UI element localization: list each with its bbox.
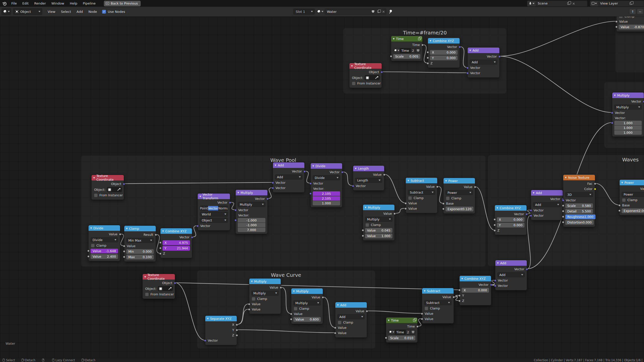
socket-vector-vector[interactable] [229, 201, 231, 204]
collapse-triangle-icon[interactable]: ▼ [275, 164, 276, 166]
vector-component-field[interactable]: -1.000 [238, 223, 265, 227]
node-time-t1[interactable]: ▼TimeTime▼Time2Scale0.005 [391, 36, 423, 61]
node-math-mval[interactable]: ClampValueValue-0.870 [616, 17, 644, 32]
scene-icon[interactable]: ▼ [527, 1, 536, 6]
collapse-triangle-icon[interactable]: ▼ [388, 319, 389, 322]
value-field-value[interactable]: Value0.600 [293, 317, 321, 322]
node-header[interactable]: ▼Add [335, 302, 367, 308]
socket-value-time[interactable] [416, 325, 419, 328]
value-field-value[interactable]: Value2.400 [91, 254, 118, 259]
node-combine-xyz-cx4[interactable]: ▼Combine XYZVectorX0.000YZ [459, 276, 491, 305]
collapse-triangle-icon[interactable]: ▼ [199, 195, 201, 198]
checkbox-unchecked-clamp[interactable] [366, 223, 369, 227]
menu-render[interactable]: Render [31, 2, 49, 5]
collapse-triangle-icon[interactable]: ▼ [430, 40, 431, 42]
collapse-triangle-icon[interactable]: ▼ [408, 179, 409, 182]
node-header[interactable]: ▼Multiply [363, 205, 394, 210]
dropdown-divide[interactable]: Divide▼ [91, 237, 118, 242]
socket-value-x[interactable] [458, 289, 461, 291]
socket-vector-vector[interactable] [352, 185, 354, 187]
socket-value-detail[interactable] [562, 210, 564, 212]
unlink-material-icon[interactable]: × [381, 10, 386, 14]
user-count[interactable]: 2 [406, 330, 410, 334]
socket-vector-vector[interactable] [490, 284, 492, 286]
blender-logo-icon[interactable] [2, 1, 7, 6]
socket-value-value[interactable] [405, 207, 407, 210]
fake-user-shield-icon[interactable] [370, 9, 376, 14]
socket-value-value[interactable] [474, 186, 476, 188]
dropdown-subtract[interactable]: Subtract▼ [424, 300, 452, 305]
editor-menu-view[interactable]: View [45, 7, 58, 16]
view-layer-name[interactable]: View Layer [598, 2, 628, 5]
value-field-detail[interactable]: Detail5.500 [565, 209, 593, 214]
node-header[interactable]: ▼Add [531, 190, 563, 196]
socket-value-y[interactable] [458, 294, 461, 297]
dropdown-min-max[interactable]: Min Max▼ [126, 238, 154, 243]
socket-vector-vector[interactable] [191, 236, 193, 238]
collapse-triangle-icon[interactable]: ▼ [237, 192, 239, 194]
value-field-max[interactable]: Max0.100 [126, 255, 154, 259]
vector-component-field[interactable]: 1.000 [614, 130, 642, 135]
go-to-parent-icon[interactable]: ↑ [629, 9, 636, 14]
socket-vector-vector[interactable] [303, 170, 306, 172]
socket-value-value[interactable] [87, 255, 90, 258]
socket-value-value[interactable] [436, 186, 438, 188]
collapse-triangle-icon[interactable]: ▼ [621, 182, 623, 184]
socket-value-distortion[interactable] [562, 221, 564, 223]
socket-vector-vector[interactable] [530, 209, 532, 211]
collapse-triangle-icon[interactable]: ▼ [614, 94, 616, 97]
node-header[interactable]: ▼Texture Coordinate [143, 274, 175, 280]
socket-value-value[interactable] [383, 173, 385, 176]
collapse-triangle-icon[interactable]: ▼ [337, 304, 339, 306]
socket-vector-vector[interactable] [341, 171, 343, 173]
node-header[interactable]: ▼Vector Transform [198, 194, 230, 199]
menu-help[interactable]: Help [67, 2, 80, 5]
node-clamp-clamp1[interactable]: ▼ClampResultMin Max▼ValueMin0.000Max0.10… [124, 225, 156, 262]
value-field-exponent[interactable]: Exponent2.000 [622, 208, 644, 213]
node-header[interactable]: ▼Divide [89, 225, 120, 231]
dropdown-add[interactable]: Add▼ [533, 202, 561, 207]
socket-value-y[interactable] [159, 247, 162, 249]
socket-value-scale[interactable] [390, 55, 392, 58]
socket-value-value[interactable] [453, 296, 455, 298]
socket-value-value[interactable] [87, 250, 90, 252]
socket-vector-vector[interactable] [494, 279, 496, 282]
menu-pipeline[interactable]: Pipeline [80, 2, 98, 5]
value-field-y[interactable]: Y21.944 [163, 246, 190, 251]
socket-color-color[interactable] [594, 188, 596, 190]
node-editor-canvas[interactable]: Water Time=#frame/20Wave PoolWavesWave C… [0, 17, 644, 358]
collapse-triangle-icon[interactable]: ▼ [312, 165, 314, 167]
node-header[interactable]: ▼Power [444, 178, 475, 184]
slot-dropdown[interactable]: Slot 1 ▼ [293, 9, 315, 15]
socket-value-z[interactable] [159, 252, 162, 255]
socket-vector-vector[interactable] [530, 214, 532, 217]
value-field-scale[interactable]: Scale0.010 [388, 336, 415, 340]
view-layer-selector[interactable]: ▼ View Layer [590, 1, 644, 7]
snapping-curve-icon[interactable]: ~ [637, 9, 643, 14]
node-subtract-sub1[interactable]: ▼SubtractValueSubtract▼ClampValueValue [406, 177, 437, 213]
value-field-value[interactable]: Value0.045 [365, 228, 392, 233]
dropdown-add[interactable]: Add▼ [497, 272, 525, 277]
node-multiply-mulv2[interactable]: ▼MultiplyVectorMultiply▼VectorVector:1.0… [612, 92, 644, 137]
material-name[interactable]: Water [325, 10, 370, 14]
socket-value-value[interactable] [248, 308, 250, 310]
socket-vector-vector[interactable] [196, 225, 199, 227]
socket-value-value[interactable] [290, 318, 292, 321]
socket-value-value[interactable] [362, 235, 364, 237]
checkbox-unchecked-from-instancer[interactable] [352, 82, 355, 85]
socket-value-value[interactable] [421, 312, 423, 315]
node-time-t2[interactable]: ▼TimeTime▼Time2Scale0.010 [386, 317, 418, 343]
dropdown-multiply[interactable]: Multiply▼ [365, 217, 392, 222]
object-picker-field[interactable] [158, 286, 173, 291]
dropdown-multiply[interactable]: Multiply▼ [293, 300, 321, 305]
checkbox-unchecked-clamp[interactable] [408, 196, 412, 200]
socket-value-value[interactable] [421, 318, 423, 320]
dropdown-multiply[interactable]: Multiply▼ [251, 291, 279, 296]
value-field-value[interactable]: Value-1.648 [91, 249, 118, 253]
node-noise-texture-noise[interactable]: ▼Noise TextureFacColor3D▼VectorScale0.58… [563, 174, 595, 227]
node-header[interactable]: ▼Time [386, 318, 417, 323]
socket-vector-vector[interactable] [459, 46, 461, 48]
group-name[interactable]: Time [400, 48, 411, 53]
socket-value-value[interactable] [393, 212, 396, 215]
value-field-exponent[interactable]: Exponent0.120 [446, 207, 473, 211]
